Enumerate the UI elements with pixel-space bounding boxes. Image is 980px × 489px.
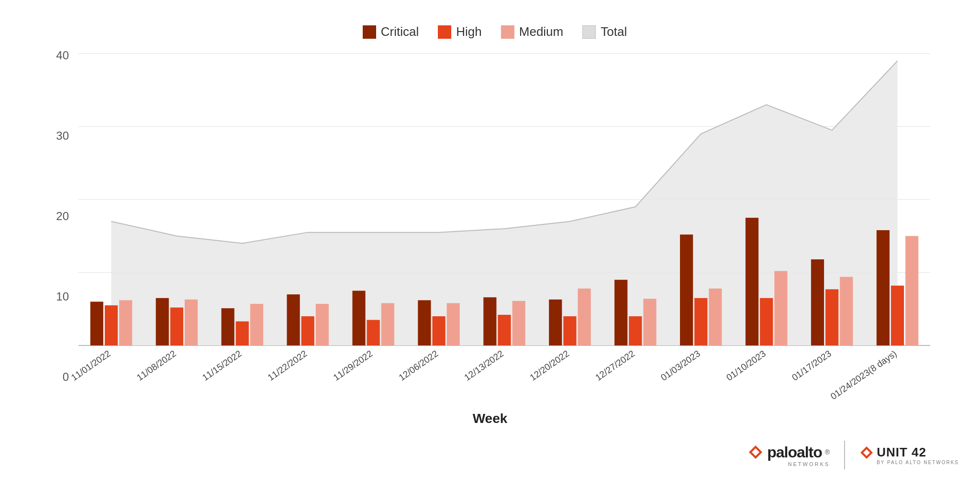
bar-high-2: [236, 322, 249, 345]
bar-medium-7: [578, 289, 591, 345]
legend-item-high: High: [438, 24, 481, 39]
bar-high-1: [170, 308, 183, 345]
bar-critical-6: [483, 297, 496, 345]
x-label-1: 11/08/2022: [135, 348, 178, 383]
bar-critical-1: [156, 298, 169, 345]
bar-medium-12: [905, 236, 918, 345]
bar-medium-6: [512, 301, 525, 345]
bar-medium-0: [119, 300, 132, 345]
x-label-3: 11/22/2022: [266, 348, 309, 383]
bar-medium-1: [185, 300, 198, 345]
bar-high-11: [825, 289, 838, 345]
y-label-20: 20: [56, 210, 69, 223]
bar-critical-5: [418, 300, 431, 345]
legend-label-critical: Critical: [381, 24, 419, 39]
bar-critical-4: [352, 291, 365, 345]
chart-legend: Critical High Medium Total: [50, 24, 940, 39]
bar-high-10: [760, 298, 773, 345]
bar-critical-7: [549, 300, 562, 345]
bar-high-9: [694, 298, 707, 345]
legend-color-critical: [363, 25, 376, 39]
plot-area: 11/01/202211/08/202211/15/202211/22/2022…: [74, 49, 940, 384]
legend-item-critical: Critical: [363, 24, 419, 39]
bar-medium-11: [840, 277, 853, 345]
legend-label-total: Total: [601, 24, 627, 39]
bar-critical-10: [746, 218, 758, 345]
bar-high-5: [432, 316, 445, 345]
y-label-30: 30: [56, 129, 69, 143]
logo-area: paloalto® NETWORKS UNIT 42 BY PALO ALTO …: [747, 441, 959, 469]
bar-high-12: [891, 286, 904, 345]
y-label-10: 10: [56, 290, 69, 303]
bar-medium-5: [447, 303, 460, 345]
x-label-10: 01/10/2023: [724, 348, 768, 383]
y-label-40: 40: [56, 49, 69, 62]
bar-high-3: [301, 316, 314, 345]
x-label-2: 11/15/2022: [200, 348, 244, 383]
x-label-0: 11/01/2022: [69, 348, 112, 383]
legend-label-high: High: [456, 24, 481, 39]
chart-area: 403020100 11/01/202211/08/202211/15/2022…: [50, 49, 940, 412]
bar-medium-10: [774, 271, 787, 345]
legend-color-total: [582, 25, 596, 39]
bar-medium-4: [381, 303, 394, 345]
x-label-8: 12/27/2022: [593, 348, 636, 383]
bar-critical-3: [287, 294, 300, 345]
y-axis: 403020100: [50, 49, 74, 384]
paloalto-logo: paloalto® NETWORKS: [747, 444, 830, 467]
bar-high-0: [105, 305, 118, 345]
logo-divider: [844, 441, 845, 469]
bar-high-6: [498, 315, 511, 345]
chart-svg: 11/01/202211/08/202211/15/202211/22/2022…: [74, 49, 940, 384]
bar-medium-2: [250, 304, 263, 345]
bar-medium-8: [643, 299, 656, 345]
legend-item-medium: Medium: [501, 24, 563, 39]
bar-critical-2: [222, 308, 234, 345]
bar-critical-11: [811, 259, 824, 345]
legend-color-medium: [501, 25, 514, 39]
y-label-0: 0: [63, 370, 69, 384]
x-label-9: 01/03/2023: [659, 348, 702, 383]
bar-critical-8: [614, 280, 627, 345]
x-label-6: 12/13/2022: [462, 348, 505, 383]
x-label-11: 01/17/2023: [790, 348, 833, 383]
bar-high-7: [563, 316, 576, 345]
x-label-12: 01/24/2023(8 days): [829, 348, 899, 401]
legend-label-medium: Medium: [519, 24, 563, 39]
paloalto-icon: [747, 444, 764, 461]
unit42-icon: [859, 445, 874, 460]
bar-critical-0: [90, 302, 103, 346]
bar-critical-12: [877, 230, 890, 345]
legend-color-high: [438, 25, 451, 39]
bar-high-4: [367, 320, 380, 345]
bar-high-8: [629, 316, 642, 345]
x-label-5: 12/06/2022: [397, 348, 440, 383]
unit42-logo: UNIT 42 BY PALO ALTO NETWORKS: [859, 445, 959, 465]
x-label-4: 11/29/2022: [332, 348, 375, 383]
x-axis-title: Week: [473, 411, 508, 426]
x-label-7: 12/20/2022: [528, 348, 571, 383]
bar-medium-9: [709, 289, 722, 345]
legend-item-total: Total: [582, 24, 627, 39]
bar-critical-9: [680, 234, 693, 345]
chart-container: Critical High Medium Total 403020100 11/…: [11, 15, 969, 474]
bar-medium-3: [316, 304, 329, 345]
